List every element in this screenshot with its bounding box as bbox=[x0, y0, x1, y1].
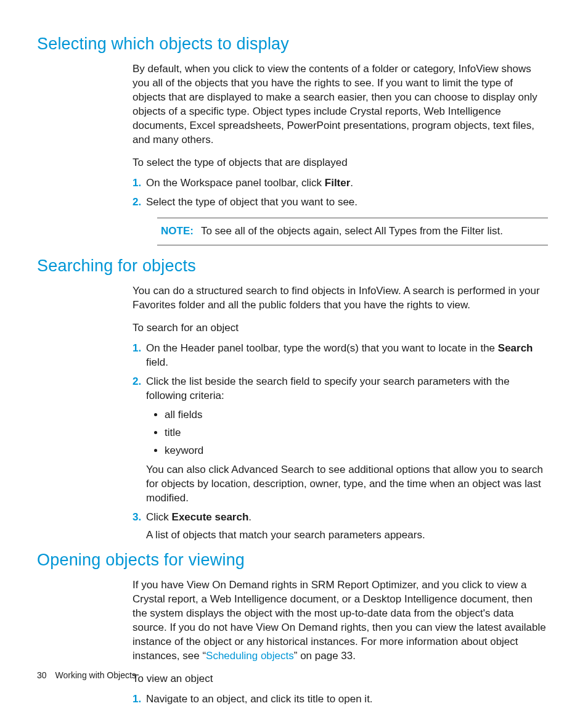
page: Selecting which objects to display By de… bbox=[0, 0, 588, 706]
step-subtext: You can also click Advanced Search to se… bbox=[146, 463, 548, 506]
step-text: On the Header panel toolbar, type the wo… bbox=[146, 342, 498, 354]
procedure-lead: To view an object bbox=[133, 672, 548, 686]
criteria-item: keyword bbox=[165, 444, 548, 458]
steps-list: On the Header panel toolbar, type the wo… bbox=[133, 342, 548, 542]
step-item: On the Header panel toolbar, type the wo… bbox=[146, 342, 548, 370]
step-item: Navigate to an object, and click its tit… bbox=[146, 692, 548, 706]
ui-label-filter: Filter bbox=[325, 177, 351, 189]
step-item: Select the type of object that you want … bbox=[146, 195, 548, 210]
section-body: By default, when you click to view the c… bbox=[133, 62, 548, 245]
step-text: . bbox=[350, 177, 353, 189]
paragraph: You can do a structured search to find o… bbox=[133, 284, 548, 313]
criteria-list: all fields title keyword bbox=[165, 408, 548, 458]
procedure-lead: To select the type of objects that are d… bbox=[133, 156, 548, 170]
note-box: NOTE:To see all of the objects again, se… bbox=[157, 218, 548, 245]
procedure-lead: To search for an object bbox=[133, 321, 548, 335]
step-item: Click the list beside the search field t… bbox=[146, 375, 548, 506]
page-number: 30 bbox=[37, 670, 47, 680]
paragraph: If you have View On Demand rights in SRM… bbox=[133, 578, 548, 663]
heading-selecting-objects: Selecting which objects to display bbox=[37, 35, 551, 54]
chapter-title: Working with Objects bbox=[55, 670, 136, 680]
section-body: If you have View On Demand rights in SRM… bbox=[133, 578, 548, 706]
step-item: Click Execute search. A list of objects … bbox=[146, 511, 548, 543]
ui-label-execute-search: Execute search bbox=[172, 511, 249, 523]
criteria-item: all fields bbox=[165, 408, 548, 422]
criteria-item: title bbox=[165, 426, 548, 440]
ui-label-search: Search bbox=[498, 342, 533, 354]
step-subtext: A list of objects that match your search… bbox=[146, 528, 548, 543]
step-text: Click bbox=[146, 511, 172, 523]
step-item: On the Workspace panel toolbar, click Fi… bbox=[146, 176, 548, 191]
note-label: NOTE: bbox=[161, 225, 194, 237]
steps-list: Navigate to an object, and click its tit… bbox=[133, 692, 548, 706]
step-text: field. bbox=[146, 356, 168, 368]
heading-opening-objects: Opening objects for viewing bbox=[37, 551, 551, 570]
steps-list: On the Workspace panel toolbar, click Fi… bbox=[133, 176, 548, 210]
step-text: Click the list beside the search field t… bbox=[146, 376, 510, 401]
note-text: To see all of the objects again, select … bbox=[201, 225, 503, 237]
step-text: On the Workspace panel toolbar, click bbox=[146, 177, 325, 189]
section-body: You can do a structured search to find o… bbox=[133, 284, 548, 542]
paragraph-text: ” on page 33. bbox=[294, 650, 356, 662]
link-scheduling-objects[interactable]: Scheduling objects bbox=[206, 650, 294, 662]
heading-searching-objects: Searching for objects bbox=[37, 257, 551, 276]
paragraph: By default, when you click to view the c… bbox=[133, 62, 548, 147]
page-footer: 30Working with Objects bbox=[37, 670, 136, 680]
step-text: . bbox=[248, 511, 251, 523]
